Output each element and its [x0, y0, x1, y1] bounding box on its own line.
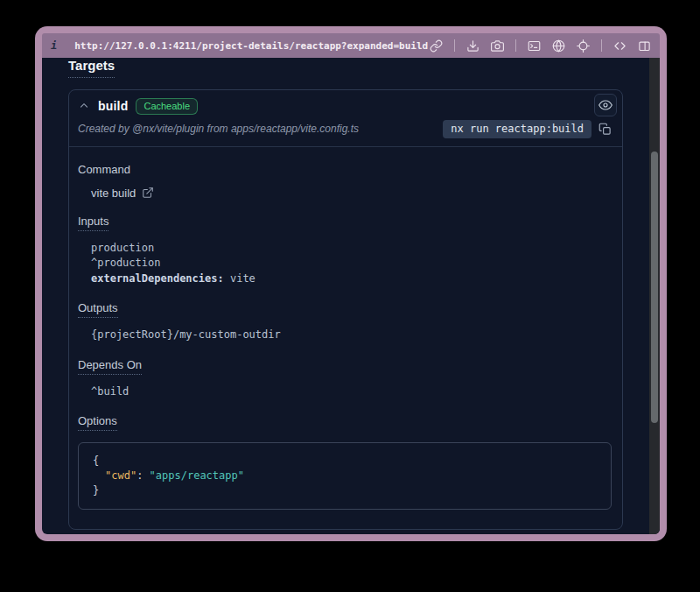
build-title-row: build Cacheable [78, 98, 612, 115]
command-value: vite build [91, 187, 136, 200]
target-icon[interactable] [577, 39, 590, 53]
depends-on-list: ^build [91, 384, 612, 400]
target-name-build[interactable]: build [98, 99, 128, 113]
inputs-list: production ^production externalDependenc… [91, 241, 612, 287]
globe-icon[interactable] [552, 39, 565, 53]
options-json-block: { "cwd": "apps/reactapp" } [78, 442, 612, 510]
outputs-heading: Outputs [78, 301, 118, 318]
json-line: } [93, 483, 597, 498]
download-icon[interactable] [466, 39, 480, 53]
info-icon: i [51, 39, 57, 52]
url-bar[interactable]: http://127.0.0.1:4211/project-details/re… [74, 40, 428, 52]
run-command-group: nx run reactapp:build [443, 120, 612, 138]
browser-window: i http://127.0.0.1:4211/project-details/… [35, 26, 667, 541]
browser-toolbar: i http://127.0.0.1:4211/project-details/… [42, 33, 660, 58]
json-line: "cwd": "apps/reactapp" [93, 469, 597, 483]
input-value: vite [224, 272, 256, 285]
build-card-body: Command vite build Inputs production ^pr… [69, 147, 622, 530]
run-command-chip: nx run reactapp:build [443, 120, 592, 138]
target-card-build: build Cacheable Created by @nx/vite/plug… [68, 89, 623, 531]
command-heading: Command [78, 163, 130, 176]
copy-icon[interactable] [598, 123, 612, 136]
options-heading: Options [78, 414, 117, 431]
build-subtitle-row: Created by @nx/vite/plugin from apps/rea… [78, 120, 612, 138]
command-value-row: vite build [91, 187, 612, 200]
link-icon[interactable] [430, 39, 443, 53]
build-card-header: build Cacheable Created by @nx/vite/plug… [69, 90, 622, 147]
json-string-value: "apps/reactapp" [150, 469, 244, 482]
scrollbar-thumb[interactable] [651, 152, 658, 423]
input-key: externalDependencies: [91, 272, 224, 285]
cacheable-badge: Cacheable [136, 98, 198, 115]
created-by-text: Created by @nx/vite/plugin from apps/rea… [78, 123, 359, 135]
json-key: "cwd" [105, 469, 136, 482]
outputs-list: {projectRoot}/my-custom-outdir [91, 328, 612, 343]
inputs-heading: Inputs [78, 215, 108, 231]
output-item: {projectRoot}/my-custom-outdir [91, 328, 612, 343]
input-item: ^production [91, 256, 612, 271]
split-panel-icon[interactable] [638, 39, 651, 53]
toolbar-divider [454, 39, 455, 52]
page-content: Targets build Cacheable Created [42, 58, 660, 534]
json-line: { [93, 454, 597, 469]
external-link-icon[interactable] [142, 187, 154, 199]
camera-icon[interactable] [491, 39, 504, 53]
depends-on-heading: Depends On [78, 358, 142, 375]
scrollbar-track[interactable] [649, 58, 660, 534]
input-item: externalDependencies: vite [91, 271, 612, 287]
page-title: Targets [68, 58, 115, 78]
project-details-main: Targets build Cacheable Created [42, 58, 660, 534]
toolbar-divider [515, 39, 516, 52]
toolbar-divider [601, 39, 602, 52]
code-icon[interactable] [613, 39, 626, 53]
toolbar-actions [430, 39, 651, 53]
input-item: production [91, 241, 612, 257]
eye-button-build[interactable] [594, 94, 617, 116]
depends-on-item: ^build [91, 384, 612, 400]
chevron-up-icon[interactable] [78, 100, 90, 112]
terminal-icon[interactable] [528, 39, 541, 53]
